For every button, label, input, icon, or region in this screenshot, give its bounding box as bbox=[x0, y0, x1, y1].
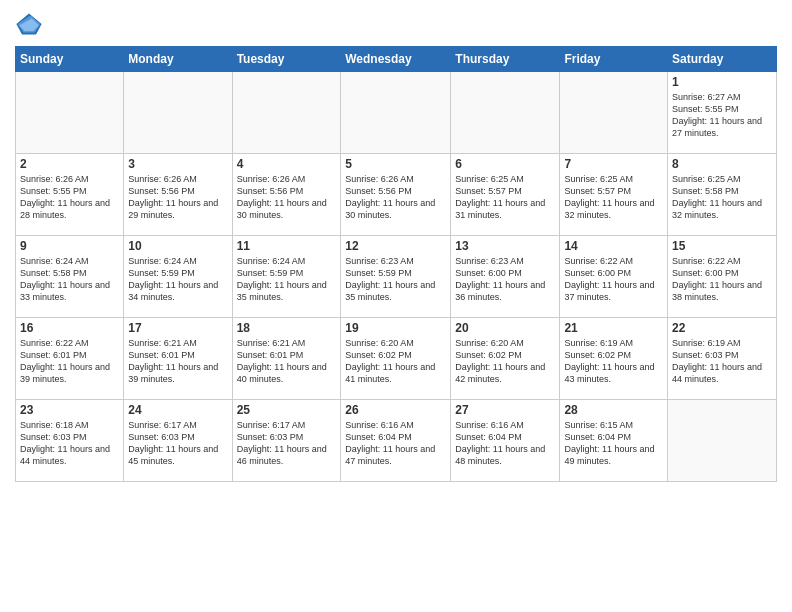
day-info: Sunrise: 6:18 AM Sunset: 6:03 PM Dayligh… bbox=[20, 419, 119, 468]
weekday-header-wednesday: Wednesday bbox=[341, 47, 451, 72]
day-cell: 27Sunrise: 6:16 AM Sunset: 6:04 PM Dayli… bbox=[451, 400, 560, 482]
week-row-2: 9Sunrise: 6:24 AM Sunset: 5:58 PM Daylig… bbox=[16, 236, 777, 318]
day-cell: 13Sunrise: 6:23 AM Sunset: 6:00 PM Dayli… bbox=[451, 236, 560, 318]
week-row-3: 16Sunrise: 6:22 AM Sunset: 6:01 PM Dayli… bbox=[16, 318, 777, 400]
day-cell: 1Sunrise: 6:27 AM Sunset: 5:55 PM Daylig… bbox=[668, 72, 777, 154]
day-cell: 10Sunrise: 6:24 AM Sunset: 5:59 PM Dayli… bbox=[124, 236, 232, 318]
weekday-header-saturday: Saturday bbox=[668, 47, 777, 72]
day-cell: 2Sunrise: 6:26 AM Sunset: 5:55 PM Daylig… bbox=[16, 154, 124, 236]
day-info: Sunrise: 6:20 AM Sunset: 6:02 PM Dayligh… bbox=[345, 337, 446, 386]
day-cell: 26Sunrise: 6:16 AM Sunset: 6:04 PM Dayli… bbox=[341, 400, 451, 482]
day-info: Sunrise: 6:26 AM Sunset: 5:56 PM Dayligh… bbox=[237, 173, 337, 222]
day-cell: 6Sunrise: 6:25 AM Sunset: 5:57 PM Daylig… bbox=[451, 154, 560, 236]
week-row-0: 1Sunrise: 6:27 AM Sunset: 5:55 PM Daylig… bbox=[16, 72, 777, 154]
day-number: 20 bbox=[455, 321, 555, 335]
day-info: Sunrise: 6:15 AM Sunset: 6:04 PM Dayligh… bbox=[564, 419, 663, 468]
day-number: 10 bbox=[128, 239, 227, 253]
weekday-header-tuesday: Tuesday bbox=[232, 47, 341, 72]
day-number: 9 bbox=[20, 239, 119, 253]
day-cell: 14Sunrise: 6:22 AM Sunset: 6:00 PM Dayli… bbox=[560, 236, 668, 318]
day-info: Sunrise: 6:21 AM Sunset: 6:01 PM Dayligh… bbox=[237, 337, 337, 386]
day-cell: 19Sunrise: 6:20 AM Sunset: 6:02 PM Dayli… bbox=[341, 318, 451, 400]
day-number: 27 bbox=[455, 403, 555, 417]
day-number: 15 bbox=[672, 239, 772, 253]
weekday-header-row: SundayMondayTuesdayWednesdayThursdayFrid… bbox=[16, 47, 777, 72]
day-info: Sunrise: 6:27 AM Sunset: 5:55 PM Dayligh… bbox=[672, 91, 772, 140]
day-number: 28 bbox=[564, 403, 663, 417]
day-number: 3 bbox=[128, 157, 227, 171]
day-cell: 3Sunrise: 6:26 AM Sunset: 5:56 PM Daylig… bbox=[124, 154, 232, 236]
day-cell bbox=[124, 72, 232, 154]
day-info: Sunrise: 6:24 AM Sunset: 5:59 PM Dayligh… bbox=[128, 255, 227, 304]
day-info: Sunrise: 6:20 AM Sunset: 6:02 PM Dayligh… bbox=[455, 337, 555, 386]
day-number: 14 bbox=[564, 239, 663, 253]
page: SundayMondayTuesdayWednesdayThursdayFrid… bbox=[0, 0, 792, 612]
day-info: Sunrise: 6:26 AM Sunset: 5:56 PM Dayligh… bbox=[128, 173, 227, 222]
day-info: Sunrise: 6:21 AM Sunset: 6:01 PM Dayligh… bbox=[128, 337, 227, 386]
day-info: Sunrise: 6:22 AM Sunset: 6:01 PM Dayligh… bbox=[20, 337, 119, 386]
day-info: Sunrise: 6:22 AM Sunset: 6:00 PM Dayligh… bbox=[564, 255, 663, 304]
day-info: Sunrise: 6:25 AM Sunset: 5:58 PM Dayligh… bbox=[672, 173, 772, 222]
day-number: 11 bbox=[237, 239, 337, 253]
day-number: 4 bbox=[237, 157, 337, 171]
logo bbox=[15, 10, 47, 38]
day-cell: 23Sunrise: 6:18 AM Sunset: 6:03 PM Dayli… bbox=[16, 400, 124, 482]
day-number: 16 bbox=[20, 321, 119, 335]
day-number: 17 bbox=[128, 321, 227, 335]
day-cell: 15Sunrise: 6:22 AM Sunset: 6:00 PM Dayli… bbox=[668, 236, 777, 318]
day-number: 24 bbox=[128, 403, 227, 417]
day-number: 5 bbox=[345, 157, 446, 171]
day-info: Sunrise: 6:25 AM Sunset: 5:57 PM Dayligh… bbox=[455, 173, 555, 222]
day-cell: 9Sunrise: 6:24 AM Sunset: 5:58 PM Daylig… bbox=[16, 236, 124, 318]
day-cell: 4Sunrise: 6:26 AM Sunset: 5:56 PM Daylig… bbox=[232, 154, 341, 236]
day-cell: 11Sunrise: 6:24 AM Sunset: 5:59 PM Dayli… bbox=[232, 236, 341, 318]
day-number: 7 bbox=[564, 157, 663, 171]
day-cell: 12Sunrise: 6:23 AM Sunset: 5:59 PM Dayli… bbox=[341, 236, 451, 318]
day-number: 21 bbox=[564, 321, 663, 335]
day-cell: 16Sunrise: 6:22 AM Sunset: 6:01 PM Dayli… bbox=[16, 318, 124, 400]
day-cell bbox=[451, 72, 560, 154]
day-number: 2 bbox=[20, 157, 119, 171]
day-cell bbox=[232, 72, 341, 154]
day-info: Sunrise: 6:17 AM Sunset: 6:03 PM Dayligh… bbox=[237, 419, 337, 468]
day-info: Sunrise: 6:16 AM Sunset: 6:04 PM Dayligh… bbox=[455, 419, 555, 468]
day-info: Sunrise: 6:26 AM Sunset: 5:55 PM Dayligh… bbox=[20, 173, 119, 222]
calendar-table: SundayMondayTuesdayWednesdayThursdayFrid… bbox=[15, 46, 777, 482]
day-cell: 20Sunrise: 6:20 AM Sunset: 6:02 PM Dayli… bbox=[451, 318, 560, 400]
logo-icon bbox=[15, 10, 43, 38]
weekday-header-sunday: Sunday bbox=[16, 47, 124, 72]
day-number: 13 bbox=[455, 239, 555, 253]
weekday-header-friday: Friday bbox=[560, 47, 668, 72]
day-cell bbox=[560, 72, 668, 154]
day-info: Sunrise: 6:19 AM Sunset: 6:02 PM Dayligh… bbox=[564, 337, 663, 386]
day-number: 1 bbox=[672, 75, 772, 89]
weekday-header-thursday: Thursday bbox=[451, 47, 560, 72]
day-cell: 17Sunrise: 6:21 AM Sunset: 6:01 PM Dayli… bbox=[124, 318, 232, 400]
header bbox=[15, 10, 777, 38]
day-cell: 7Sunrise: 6:25 AM Sunset: 5:57 PM Daylig… bbox=[560, 154, 668, 236]
day-number: 26 bbox=[345, 403, 446, 417]
day-cell: 24Sunrise: 6:17 AM Sunset: 6:03 PM Dayli… bbox=[124, 400, 232, 482]
day-number: 25 bbox=[237, 403, 337, 417]
day-info: Sunrise: 6:24 AM Sunset: 5:58 PM Dayligh… bbox=[20, 255, 119, 304]
day-cell bbox=[16, 72, 124, 154]
day-number: 22 bbox=[672, 321, 772, 335]
day-cell: 18Sunrise: 6:21 AM Sunset: 6:01 PM Dayli… bbox=[232, 318, 341, 400]
day-info: Sunrise: 6:25 AM Sunset: 5:57 PM Dayligh… bbox=[564, 173, 663, 222]
day-info: Sunrise: 6:24 AM Sunset: 5:59 PM Dayligh… bbox=[237, 255, 337, 304]
week-row-1: 2Sunrise: 6:26 AM Sunset: 5:55 PM Daylig… bbox=[16, 154, 777, 236]
day-cell: 21Sunrise: 6:19 AM Sunset: 6:02 PM Dayli… bbox=[560, 318, 668, 400]
day-info: Sunrise: 6:16 AM Sunset: 6:04 PM Dayligh… bbox=[345, 419, 446, 468]
day-number: 18 bbox=[237, 321, 337, 335]
day-number: 12 bbox=[345, 239, 446, 253]
day-number: 23 bbox=[20, 403, 119, 417]
day-number: 6 bbox=[455, 157, 555, 171]
week-row-4: 23Sunrise: 6:18 AM Sunset: 6:03 PM Dayli… bbox=[16, 400, 777, 482]
day-cell: 5Sunrise: 6:26 AM Sunset: 5:56 PM Daylig… bbox=[341, 154, 451, 236]
weekday-header-monday: Monday bbox=[124, 47, 232, 72]
day-cell bbox=[668, 400, 777, 482]
day-info: Sunrise: 6:19 AM Sunset: 6:03 PM Dayligh… bbox=[672, 337, 772, 386]
day-info: Sunrise: 6:17 AM Sunset: 6:03 PM Dayligh… bbox=[128, 419, 227, 468]
day-cell bbox=[341, 72, 451, 154]
day-cell: 25Sunrise: 6:17 AM Sunset: 6:03 PM Dayli… bbox=[232, 400, 341, 482]
